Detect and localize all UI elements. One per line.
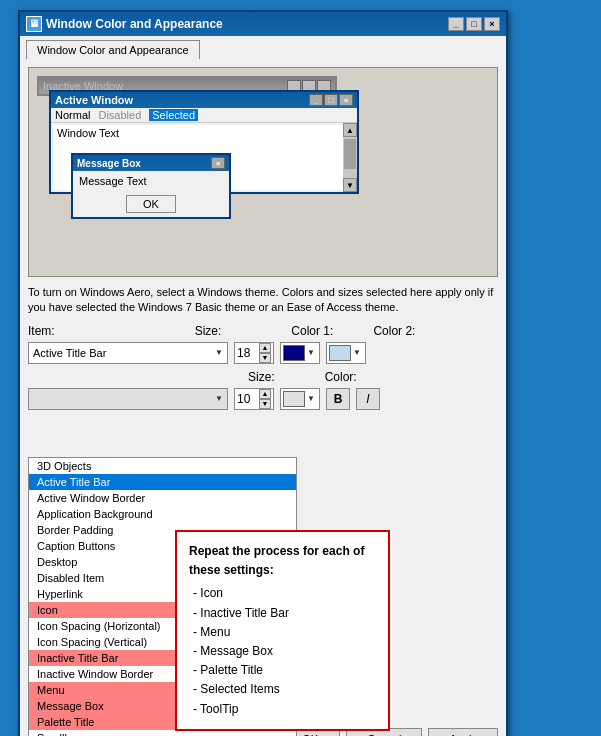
tab-bar: Window Color and Appearance [20,36,506,59]
active-close-btn: × [339,94,353,106]
italic-label: I [366,392,369,406]
tooltip-item: - Palette Title [193,661,376,680]
tab-label: Window Color and Appearance [37,44,189,56]
msgbox-content: Message Text [73,171,229,191]
item-dropdown[interactable]: Active Title Bar ▼ [28,342,228,364]
window-icon: 🖥 [26,16,42,32]
tab-window-color[interactable]: Window Color and Appearance [26,40,200,59]
font-color-swatch [283,391,305,407]
msgbox-titlebar: Message Box × [73,155,229,171]
preview-content: Window Text Message Box × Message Text [53,125,355,190]
scroll-thumb[interactable] [344,139,356,169]
tooltip-popup: Repeat the process for each of these set… [175,530,390,731]
font-size-label: Size: [248,370,275,384]
tooltip-item: - Message Box [193,642,376,661]
color2-swatch [329,345,351,361]
dropdown-item[interactable]: Application Background [29,506,296,522]
font-row: ▼ 10 ▲ ▼ ▼ [28,388,498,410]
size-value: 18 [237,346,250,360]
tooltip-item: - Icon [193,584,376,603]
spin-down[interactable]: ▼ [259,353,271,363]
color1-label: Color 1: [291,324,333,338]
font-size-value: 10 [237,392,250,406]
item-section: Item: Size: Color 1: Color 2: Active Tit… [28,324,498,410]
dropdown-item[interactable]: Scrollbar [29,730,296,736]
color1-swatch [283,345,305,361]
font-size-input[interactable]: 10 ▲ ▼ [234,388,274,410]
message-box-preview: Message Box × Message Text OK [71,153,231,219]
bold-button[interactable]: B [326,388,350,410]
font-color-button[interactable]: ▼ [280,388,320,410]
dropdown-item[interactable]: Active Window Border [29,490,296,506]
title-bar-left: 🖥 Window Color and Appearance [26,16,223,32]
minimize-button[interactable]: _ [448,17,464,31]
tooltip-item: - Menu [193,623,376,642]
main-window-controls: _ □ × [448,17,500,31]
active-min-btn: _ [309,94,323,106]
dropdown-item[interactable]: 3D Objects [29,458,296,474]
active-titlebar-preview: Active Window _ □ × [51,92,357,108]
apply-button[interactable]: Apply [428,728,498,736]
maximize-button[interactable]: □ [466,17,482,31]
menu-normal: Normal [55,109,90,121]
close-button[interactable]: × [484,17,500,31]
window-text-preview: Window Text [57,127,119,139]
spin-up[interactable]: ▲ [259,343,271,353]
preview-scrollbar[interactable]: ▲ ▼ [343,123,357,192]
item-row: Active Title Bar ▼ 18 ▲ ▼ [28,342,498,364]
preview-area: Inactive Window _ □ × Active Window _ □ … [28,67,498,277]
tooltip-title: Repeat the process for each of these set… [189,542,376,580]
active-window-title: Active Window [55,94,133,106]
active-window-preview: Active Window _ □ × Normal Disabled Sele… [49,90,359,194]
italic-button[interactable]: I [356,388,380,410]
size-label-top: Size: [195,324,222,338]
main-title-bar: 🖥 Window Color and Appearance _ □ × [20,12,506,36]
menu-disabled: Disabled [98,109,141,121]
msgbox-close-btn: × [211,157,225,169]
main-window-title: Window Color and Appearance [46,17,223,31]
font-spin-down[interactable]: ▼ [259,399,271,409]
dropdown-item[interactable]: Active Title Bar [29,474,296,490]
bold-label: B [334,392,343,406]
font-color-label: Color: [325,370,357,384]
size-spinner: ▲ ▼ [259,343,271,363]
scroll-down-arrow[interactable]: ▼ [343,178,357,192]
msgbox-text: Message Text [79,175,147,187]
font-color-arrow: ▼ [307,394,315,403]
color1-button[interactable]: ▼ [280,342,320,364]
preview-menubar: Normal Disabled Selected [51,108,357,123]
font-labels-row: Size: Color: [28,370,498,384]
size-control: 18 ▲ ▼ [234,342,274,364]
msgbox-title: Message Box [77,158,141,169]
item-dropdown-arrow: ▼ [215,348,223,357]
item-dropdown-value: Active Title Bar [33,347,106,359]
font-spin-up[interactable]: ▲ [259,389,271,399]
color2-label: Color 2: [373,324,415,338]
color2-arrow: ▼ [353,348,361,357]
size-input[interactable]: 18 ▲ ▼ [234,342,274,364]
scroll-up-arrow[interactable]: ▲ [343,123,357,137]
msgbox-ok-label: OK [143,198,159,210]
active-window-controls: _ □ × [309,94,353,106]
tooltip-item: - Selected Items [193,680,376,699]
notice-text: To turn on Windows Aero, select a Window… [28,285,498,316]
tooltip-item: - Inactive Title Bar [193,604,376,623]
color1-arrow: ▼ [307,348,315,357]
active-max-btn: □ [324,94,338,106]
font-size-control: 10 ▲ ▼ [234,388,274,410]
font-dropdown[interactable]: ▼ [28,388,228,410]
menu-selected: Selected [149,109,198,121]
item-label: Item: [28,324,55,338]
msgbox-ok-button[interactable]: OK [126,195,176,213]
font-size-spinner: ▲ ▼ [259,389,271,409]
tooltip-item: - ToolTip [193,700,376,719]
font-dropdown-arrow: ▼ [215,394,223,403]
color2-button[interactable]: ▼ [326,342,366,364]
notice-content: To turn on Windows Aero, select a Window… [28,286,493,313]
tooltip-items: - Icon- Inactive Title Bar- Menu- Messag… [189,584,376,718]
